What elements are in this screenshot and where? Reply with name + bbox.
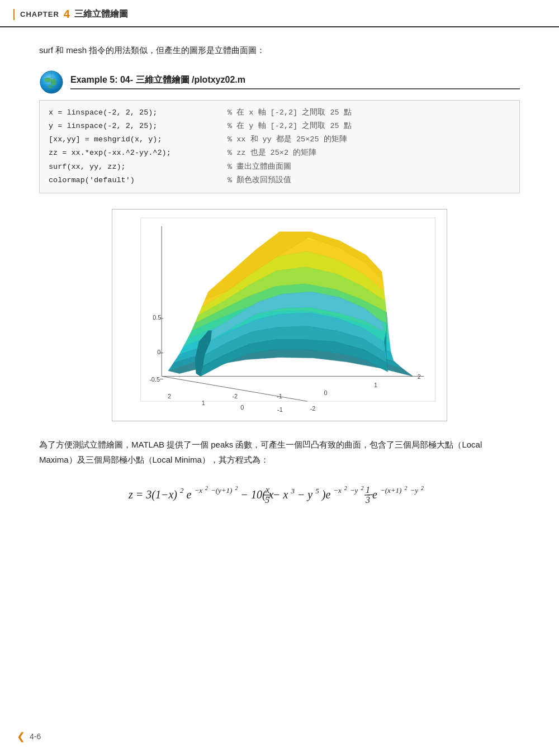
code-comment-1: % 在 x 軸 [-2,2] 之間取 25 點 xyxy=(228,106,510,120)
example-header: Example 5: 04- 三維立體繪圖 /plotxyz02.m xyxy=(39,70,520,94)
surface-svg: 0.5 0 -0.5 2 1 0 -1 -2 2 1 0 -1 -2 xyxy=(112,210,447,421)
svg-text:0.5: 0.5 xyxy=(153,314,161,321)
code-comment-4: % zz 也是 25×2 的矩陣 xyxy=(228,146,510,160)
svg-text:2: 2 xyxy=(168,393,171,400)
page-footer: ❮ 4-6 xyxy=(17,730,41,743)
svg-text:0: 0 xyxy=(324,390,328,397)
chapter-number: 4 xyxy=(64,8,70,21)
chapter-label: CHAPTER xyxy=(20,10,59,18)
svg-text:-2: -2 xyxy=(232,393,238,400)
header-separator xyxy=(13,9,15,20)
code-block: x = linspace(-2, 2, 25); % 在 x 軸 [-2,2] … xyxy=(39,100,520,194)
code-line-3: [xx,yy] = meshgrid(x, y); xyxy=(49,133,216,146)
code-comment-3: % xx 和 yy 都是 25×25 的矩陣 xyxy=(228,133,510,146)
svg-text:1: 1 xyxy=(374,382,377,389)
plot-container: 0.5 0 -0.5 2 1 0 -1 -2 2 1 0 -1 -2 xyxy=(39,209,520,421)
formula: z = 3(1−x) 2 e −x 2 −(y+1) 2 − 10( x x 5 xyxy=(117,479,442,512)
description-text: 為了方便測試立體繪圖，MATLAB 提供了一個 peaks 函數，可產生一個凹凸… xyxy=(39,437,520,467)
intro-text-content: surf 和 mesh 指令的用法類似，但產生的圖形是立體曲面圖： xyxy=(39,45,265,55)
svg-text:-0.5: -0.5 xyxy=(149,377,160,383)
code-row-3: [xx,yy] = meshgrid(x, y); % xx 和 yy 都是 2… xyxy=(49,133,510,146)
svg-text:e
          −(x+1)
          2: e −(x+1) 2 −y 2 xyxy=(372,480,424,501)
code-comment-5: % 畫出立體曲面圖 xyxy=(228,160,510,174)
svg-text:-1: -1 xyxy=(277,393,282,400)
svg-text:0: 0 xyxy=(157,349,160,355)
svg-text:− x
          3
           − y: − x 3 − y 5 )e −x 2 −y 2 − xyxy=(273,480,374,501)
svg-text:-1: -1 xyxy=(277,406,283,413)
intro-text: surf 和 mesh 指令的用法類似，但產生的圖形是立體曲面圖： xyxy=(39,43,520,58)
footer-arrow-icon: ❮ xyxy=(17,730,25,743)
svg-text:z = 3(1−x)
          2
       : z = 3(1−x) 2 e −x 2 −(y+1) 2 − 10( x xyxy=(128,480,274,501)
code-row-2: y = linspace(-2, 2, 25); % 在 y 軸 [-2,2] … xyxy=(49,120,510,133)
code-line-6: colormap('default') xyxy=(49,174,216,187)
code-row-4: zz = xx.*exp(-xx.^2-yy.^2); % zz 也是 25×2… xyxy=(49,146,510,160)
code-line-5: surf(xx, yy, zz); xyxy=(49,160,216,174)
page-number: 4-6 xyxy=(30,732,41,741)
formula-svg: z = 3(1−x) 2 e −x 2 −(y+1) 2 − 10( x x 5 xyxy=(117,479,442,510)
code-line-2: y = linspace(-2, 2, 25); xyxy=(49,120,216,133)
code-line-4: zz = xx.*exp(-xx.^2-yy.^2); xyxy=(49,146,216,160)
code-row-6: colormap('default') % 顏色改回預設值 xyxy=(49,174,510,187)
code-line-1: x = linspace(-2, 2, 25); xyxy=(49,106,216,120)
chapter-header: CHAPTER 4 三維立體繪圖 xyxy=(0,0,559,27)
globe-icon xyxy=(39,70,64,94)
svg-text:1: 1 xyxy=(202,400,205,406)
svg-text:2: 2 xyxy=(418,374,421,381)
code-comment-2: % 在 y 軸 [-2,2] 之間取 25 點 xyxy=(228,120,510,133)
formula-container: z = 3(1−x) 2 e −x 2 −(y+1) 2 − 10( x x 5 xyxy=(39,479,520,512)
3d-surface-plot: 0.5 0 -0.5 2 1 0 -1 -2 2 1 0 -1 -2 xyxy=(112,209,447,421)
example-title: Example 5: 04- 三維立體繪圖 /plotxyz02.m xyxy=(70,74,520,89)
main-content: surf 和 mesh 指令的用法類似，但產生的圖形是立體曲面圖： Ex xyxy=(0,43,559,512)
code-row-1: x = linspace(-2, 2, 25); % 在 x 軸 [-2,2] … xyxy=(49,106,510,120)
code-row-5: surf(xx, yy, zz); % 畫出立體曲面圖 xyxy=(49,160,510,174)
svg-text:-2: -2 xyxy=(310,405,316,412)
code-comment-6: % 顏色改回預設值 xyxy=(228,174,510,187)
svg-text:0: 0 xyxy=(240,404,244,411)
chapter-title: 三維立體繪圖 xyxy=(74,8,128,20)
